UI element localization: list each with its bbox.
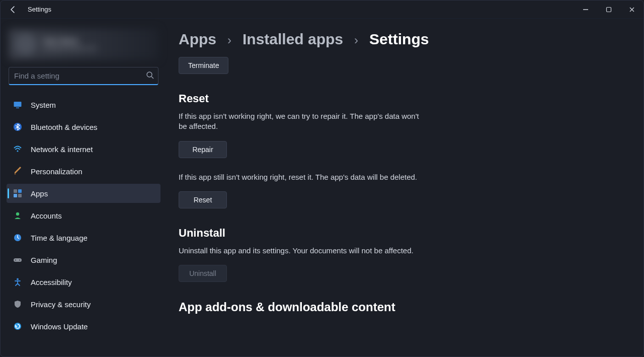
back-icon[interactable]: [8, 4, 19, 15]
reset-button[interactable]: Reset: [179, 191, 227, 208]
svg-rect-9: [18, 194, 22, 197]
sidebar-item-label: Time & language: [31, 234, 88, 242]
sidebar-item-label: Network & internet: [31, 145, 93, 154]
accessibility-icon: [13, 277, 23, 287]
breadcrumb-apps[interactable]: Apps: [179, 31, 216, 48]
titlebar: Settings: [1, 1, 643, 19]
chevron-right-icon: ›: [227, 33, 231, 47]
uninstall-button: Uninstall: [179, 265, 227, 282]
maximize-button[interactable]: [597, 1, 620, 19]
clock-globe-icon: [13, 233, 23, 243]
sidebar-item-apps[interactable]: Apps: [7, 184, 160, 203]
svg-rect-6: [14, 189, 17, 193]
uninstall-heading: Uninstall: [179, 227, 628, 240]
svg-rect-8: [14, 194, 17, 197]
avatar: [15, 33, 37, 55]
window-title: Settings: [28, 6, 51, 13]
sidebar-item-label: Personalization: [31, 167, 83, 176]
update-icon: [13, 321, 23, 331]
sidebar-item-network[interactable]: Network & internet: [7, 139, 160, 159]
svg-rect-3: [16, 108, 19, 109]
sidebar-item-windows-update[interactable]: Windows Update: [7, 317, 160, 336]
svg-point-5: [17, 150, 18, 152]
svg-point-15: [17, 278, 19, 280]
reset-description: If this app still isn't working right, r…: [179, 172, 420, 182]
svg-rect-0: [607, 7, 611, 12]
sidebar-item-accounts[interactable]: Accounts: [7, 206, 160, 225]
bluetooth-icon: [13, 122, 23, 132]
sidebar-item-time-language[interactable]: Time & language: [7, 228, 160, 247]
wifi-icon: [13, 144, 23, 154]
user-profile[interactable]: User Name user@example.com: [9, 29, 158, 60]
close-button[interactable]: [620, 1, 643, 19]
uninstall-description: Uninstall this app and its settings. You…: [179, 246, 628, 256]
svg-rect-2: [14, 102, 22, 107]
sidebar-item-label: Bluetooth & devices: [31, 123, 98, 131]
gamepad-icon: [13, 255, 23, 265]
sidebar-item-privacy[interactable]: Privacy & security: [7, 295, 160, 314]
sidebar-item-label: Windows Update: [31, 322, 88, 331]
sidebar-item-label: Accounts: [31, 211, 62, 220]
chevron-right-icon: ›: [354, 33, 358, 47]
person-icon: [13, 210, 23, 221]
profile-email: user@example.com: [43, 45, 97, 52]
svg-point-13: [15, 260, 16, 261]
repair-description: If this app isn't working right, we can …: [179, 111, 420, 132]
shield-icon: [13, 299, 23, 309]
sidebar-item-system[interactable]: System: [7, 95, 160, 114]
sidebar-item-label: Gaming: [31, 256, 57, 264]
sidebar: User Name user@example.com System: [1, 19, 167, 356]
sidebar-item-gaming[interactable]: Gaming: [7, 250, 160, 269]
svg-point-14: [19, 260, 20, 261]
breadcrumb-current: Settings: [369, 31, 429, 48]
reset-heading: Reset: [179, 92, 628, 105]
addons-heading: App add-ons & downloadable content: [179, 300, 628, 314]
terminate-button[interactable]: Terminate: [179, 57, 228, 74]
main-content: Apps › Installed apps › Settings Termina…: [167, 19, 643, 356]
breadcrumb-installed-apps[interactable]: Installed apps: [243, 31, 343, 48]
svg-point-10: [16, 212, 19, 216]
svg-point-16: [14, 323, 21, 330]
sidebar-item-label: Privacy & security: [31, 300, 91, 309]
search-icon: [146, 71, 154, 81]
sidebar-item-label: System: [31, 101, 56, 109]
paintbrush-icon: [13, 166, 23, 176]
search-input[interactable]: [14, 72, 146, 80]
svg-rect-12: [14, 258, 22, 262]
sidebar-item-bluetooth[interactable]: Bluetooth & devices: [7, 117, 160, 136]
sidebar-item-accessibility[interactable]: Accessibility: [7, 272, 160, 292]
repair-button[interactable]: Repair: [179, 141, 227, 158]
sidebar-item-label: Accessibility: [31, 278, 72, 287]
svg-point-1: [147, 72, 152, 77]
svg-rect-7: [18, 189, 22, 193]
sidebar-nav: System Bluetooth & devices Network & int…: [6, 95, 162, 336]
sidebar-item-label: Apps: [31, 189, 48, 198]
monitor-icon: [13, 100, 23, 110]
apps-icon: [13, 188, 23, 198]
minimize-button[interactable]: [574, 1, 597, 19]
breadcrumb: Apps › Installed apps › Settings: [179, 31, 628, 48]
sidebar-item-personalization[interactable]: Personalization: [7, 162, 160, 181]
profile-name: User Name: [43, 37, 97, 45]
search-container[interactable]: [9, 67, 158, 85]
